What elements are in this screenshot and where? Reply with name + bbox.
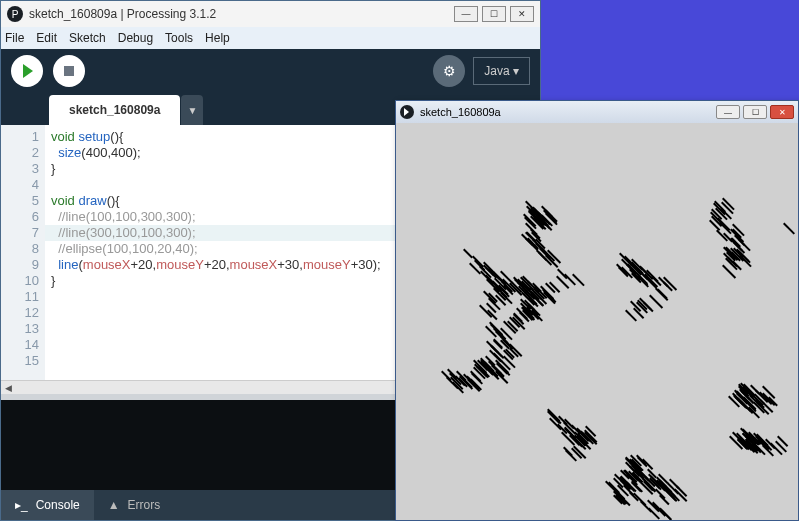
- titlebar[interactable]: P sketch_160809a | Processing 3.1.2 — ☐ …: [1, 1, 540, 27]
- menubar: File Edit Sketch Debug Tools Help: [1, 27, 540, 49]
- menu-edit[interactable]: Edit: [36, 31, 57, 45]
- sketch-window-title: sketch_160809a: [420, 106, 713, 118]
- run-button[interactable]: [11, 55, 43, 87]
- close-button[interactable]: ✕: [510, 6, 534, 22]
- menu-file[interactable]: File: [5, 31, 24, 45]
- maximize-button[interactable]: ☐: [482, 6, 506, 22]
- play-icon: [400, 105, 414, 119]
- toolbar: ⚙ Java ▾: [1, 49, 540, 93]
- menu-help[interactable]: Help: [205, 31, 230, 45]
- menu-debug[interactable]: Debug: [118, 31, 153, 45]
- tab-errors[interactable]: ▲ Errors: [94, 490, 175, 520]
- menu-tools[interactable]: Tools: [165, 31, 193, 45]
- sketch-maximize-button[interactable]: ☐: [743, 105, 767, 119]
- sketch-output-window[interactable]: sketch_160809a — ☐ ✕: [395, 100, 799, 521]
- sketch-titlebar[interactable]: sketch_160809a — ☐ ✕: [396, 101, 798, 123]
- sketch-close-button[interactable]: ✕: [770, 105, 794, 119]
- tab-menu-button[interactable]: ▼: [181, 95, 203, 125]
- scroll-left-icon[interactable]: ◀: [5, 383, 12, 393]
- sketch-tab[interactable]: sketch_160809a: [49, 95, 180, 125]
- line-gutter: 123456789101112131415: [1, 125, 45, 380]
- window-title: sketch_160809a | Processing 3.1.2: [29, 7, 450, 21]
- tab-console[interactable]: ▸_ Console: [1, 490, 94, 520]
- sketch-minimize-button[interactable]: —: [716, 105, 740, 119]
- console-icon: ▸_: [15, 498, 28, 512]
- minimize-button[interactable]: —: [454, 6, 478, 22]
- processing-logo-icon: P: [7, 6, 23, 22]
- menu-sketch[interactable]: Sketch: [69, 31, 106, 45]
- mode-selector[interactable]: Java ▾: [473, 57, 530, 85]
- warning-icon: ▲: [108, 498, 120, 512]
- debug-button[interactable]: ⚙: [433, 55, 465, 87]
- sketch-canvas[interactable]: [396, 123, 798, 520]
- stop-button[interactable]: [53, 55, 85, 87]
